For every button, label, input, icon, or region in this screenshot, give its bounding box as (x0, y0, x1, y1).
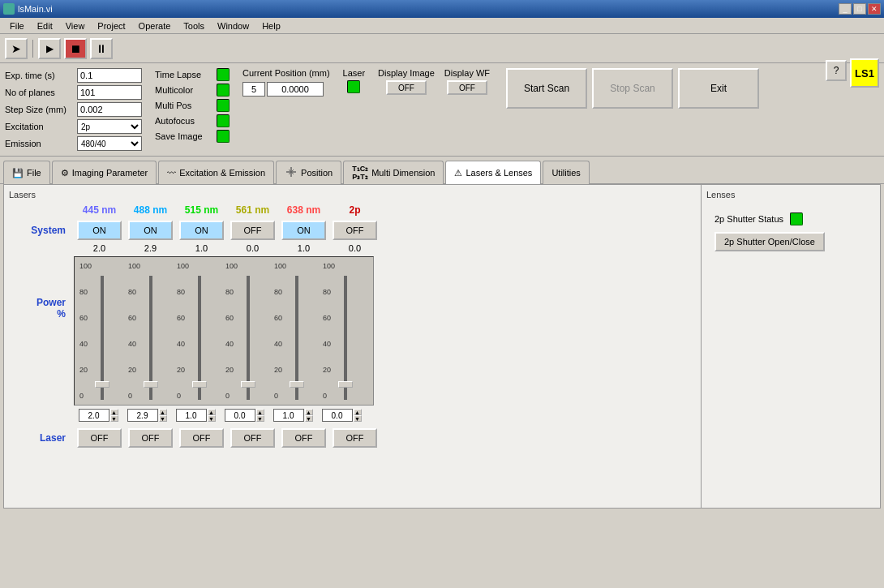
close-button[interactable]: ✕ (868, 3, 881, 15)
autofocus-row: Autofocus (155, 114, 230, 127)
no-planes-input[interactable] (77, 85, 142, 100)
shutter-open-close-button[interactable]: 2p Shutter Open/Close (714, 232, 825, 251)
slider-thumb-445[interactable] (95, 381, 109, 388)
tab-multidim[interactable]: T₁C₂P₃T₂ Multi Dimension (343, 161, 444, 184)
arrow-tool-button[interactable]: ➤ (5, 38, 28, 59)
title-bar-controls: _ □ ✕ (839, 3, 881, 15)
laser-btn-561[interactable]: OFF (230, 428, 275, 448)
slider-col-445: 100806040200 (78, 262, 127, 400)
spinbox-dn-638[interactable]: ▼ (305, 415, 313, 422)
spinbox-input-445[interactable] (79, 409, 109, 422)
shutter-status-label: 2p Shutter Status (714, 214, 783, 224)
menu-help[interactable]: Help (255, 19, 287, 32)
spinbox-445: ▲ ▼ (74, 409, 122, 422)
emission-select[interactable]: 480/40525/50 (77, 136, 142, 151)
spinbox-input-488[interactable] (127, 409, 158, 422)
menu-view[interactable]: View (59, 19, 92, 32)
multicolor-label: Multicolor (155, 85, 213, 95)
spinbox-input-561[interactable] (225, 409, 255, 422)
tab-file[interactable]: 💾 File (3, 161, 50, 184)
col-header-445: 445 nm (74, 204, 125, 216)
shutter-status-row: 2p Shutter Status (714, 212, 867, 225)
help-button[interactable]: ? (826, 60, 847, 81)
menu-project[interactable]: Project (91, 19, 131, 32)
excitation-select[interactable]: 2p488515 (77, 119, 142, 134)
spinbox-dn-561[interactable]: ▼ (256, 415, 264, 422)
step-size-input[interactable] (77, 102, 142, 117)
imaging-tab-icon: ⚙ (61, 168, 69, 178)
val-561: 0.0 (227, 243, 278, 253)
spinbox-up-2p[interactable]: ▲ (354, 409, 362, 415)
position-val-input[interactable] (267, 82, 324, 97)
exp-time-label: Exp. time (s) (5, 71, 74, 80)
sys-btn-445[interactable]: ON (77, 221, 122, 240)
time-lapse-label: Time Lapse (155, 70, 213, 79)
menu-edit[interactable]: Edit (31, 19, 59, 32)
tab-utilities[interactable]: Utilities (543, 161, 589, 184)
menu-tools[interactable]: Tools (177, 19, 211, 32)
tab-position[interactable]: Position (276, 161, 341, 184)
spinbox-dn-2p[interactable]: ▼ (354, 415, 362, 422)
sys-btn-515[interactable]: ON (179, 221, 224, 240)
spinbox-up-561[interactable]: ▲ (256, 409, 264, 415)
laser-btn-2p[interactable]: OFF (333, 428, 377, 448)
slider-thumb-638[interactable] (290, 381, 304, 388)
slider-thumb-488[interactable] (144, 381, 158, 388)
sys-btn-561[interactable]: OFF (230, 221, 275, 240)
multidim-tab-icon: T₁C₂P₃T₂ (352, 165, 368, 181)
file-tab-icon: 💾 (12, 168, 24, 178)
slider-bar-515 (198, 276, 201, 400)
slider-thumb-515[interactable] (192, 381, 207, 388)
spinbox-up-488[interactable]: ▲ (159, 409, 167, 415)
slider-thumb-561[interactable] (241, 381, 255, 388)
spinbox-up-515[interactable]: ▲ (208, 409, 216, 415)
position-num-input[interactable] (242, 82, 265, 97)
display-wf-button[interactable]: OFF (447, 80, 487, 95)
multicolor-led (217, 84, 230, 97)
laser-off-buttons: OFF OFF OFF OFF OFF OFF (74, 428, 380, 448)
title-bar-title: lsMain.vi (3, 3, 53, 15)
spinbox-input-638[interactable] (273, 409, 304, 422)
slider-thumb-2p[interactable] (338, 381, 353, 388)
sys-btn-2p[interactable]: OFF (333, 221, 377, 240)
spinbox-input-515[interactable] (176, 409, 207, 422)
stop-scan-button[interactable]: Stop Scan (592, 68, 673, 109)
maximize-button[interactable]: □ (853, 3, 866, 15)
display-wf-controls: Display WF OFF (444, 68, 490, 95)
spinbox-up-638[interactable]: ▲ (305, 409, 313, 415)
laser-btn-515[interactable]: OFF (179, 428, 224, 448)
save-image-row: Save Image (155, 130, 230, 143)
menu-window[interactable]: Window (211, 19, 255, 32)
laser-btn-445[interactable]: OFF (77, 428, 122, 448)
spinbox-up-445[interactable]: ▲ (110, 409, 118, 415)
menu-file[interactable]: File (3, 19, 31, 32)
spinbox-dn-515[interactable]: ▼ (208, 415, 216, 422)
exit-button[interactable]: Exit (678, 68, 759, 109)
laser-controls: Laser (343, 68, 366, 93)
laser-btn-488[interactable]: OFF (128, 428, 173, 448)
spinbox-dn-445[interactable]: ▼ (110, 415, 118, 422)
step-size-label: Step Size (mm) (5, 105, 74, 114)
tab-excitation[interactable]: 〰 Excitation & Emission (158, 161, 274, 184)
laser-off-row: Laser OFF OFF OFF OFF OFF OFF (9, 428, 696, 448)
stop-button[interactable]: ⏹ (64, 38, 87, 59)
slider-wrapper-638: 100806040200 (272, 262, 321, 400)
start-scan-button[interactable]: Start Scan (506, 68, 587, 109)
spinbox-input-2p[interactable] (322, 409, 353, 422)
laser-led (347, 80, 360, 93)
spinbox-515: ▲ ▼ (171, 409, 220, 422)
pause-button[interactable]: ⏸ (90, 38, 113, 59)
spinbox-dn-488[interactable]: ▼ (159, 415, 167, 422)
run-button[interactable]: ▶ (38, 38, 61, 59)
display-image-button[interactable]: OFF (386, 80, 427, 95)
tab-imaging[interactable]: ⚙ Imaging Parameter (52, 161, 157, 184)
sys-btn-638[interactable]: ON (281, 221, 326, 240)
exp-time-input[interactable] (77, 68, 142, 83)
minimize-button[interactable]: _ (839, 3, 852, 15)
menu-operate[interactable]: Operate (132, 19, 178, 32)
tab-lasers[interactable]: ⚠ Lasers & Lenses (445, 161, 541, 184)
laser-btn-638[interactable]: OFF (281, 428, 326, 448)
slider-wrapper-2p: 100806040200 (321, 262, 370, 400)
sys-btn-488[interactable]: ON (128, 221, 173, 240)
power-sliders: 100806040200 (74, 256, 374, 406)
